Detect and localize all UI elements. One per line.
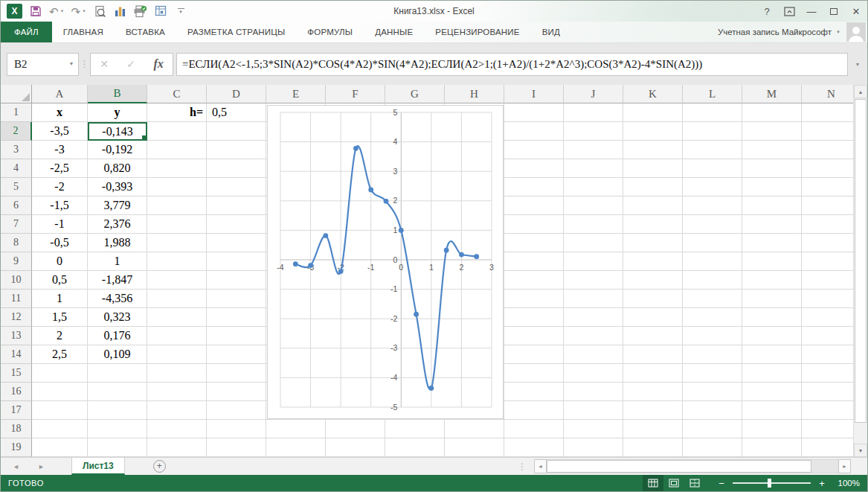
- zoom-out-button[interactable]: −: [717, 478, 726, 489]
- prev-sheet-button[interactable]: ◄: [13, 463, 19, 470]
- ribbon-tab-файл[interactable]: ФАЙЛ: [1, 22, 52, 42]
- cell-D13[interactable]: [207, 327, 266, 345]
- cell-L10[interactable]: [683, 271, 742, 290]
- cell-N9[interactable]: [802, 252, 855, 271]
- cell-C1[interactable]: h=: [147, 103, 207, 122]
- cell-N14[interactable]: [802, 345, 855, 364]
- cell-K1[interactable]: [623, 103, 683, 122]
- cell-M19[interactable]: [742, 438, 802, 457]
- cell-M17[interactable]: [742, 401, 802, 420]
- cell-N18[interactable]: [802, 420, 855, 438]
- cell-G19[interactable]: [385, 438, 445, 457]
- cell-A2[interactable]: -3,5: [32, 122, 88, 141]
- cell-C7[interactable]: [147, 215, 207, 234]
- cell-M18[interactable]: [742, 420, 802, 438]
- cell-I18[interactable]: [504, 420, 564, 438]
- row-header-12[interactable]: 12: [1, 308, 32, 327]
- cell-D5[interactable]: [207, 178, 266, 197]
- cell-M16[interactable]: [742, 383, 802, 401]
- cell-B4[interactable]: 0,820: [88, 159, 147, 178]
- column-header-N[interactable]: N: [802, 85, 855, 103]
- undo-button[interactable]: ↶ ▼: [49, 3, 65, 19]
- cell-C9[interactable]: [147, 252, 207, 271]
- column-header-L[interactable]: L: [683, 85, 742, 103]
- zoom-slider[interactable]: [733, 482, 811, 484]
- cell-B15[interactable]: [88, 364, 147, 383]
- cell-L15[interactable]: [683, 364, 742, 383]
- row-header-6[interactable]: 6: [1, 197, 32, 215]
- cell-C5[interactable]: [147, 178, 207, 197]
- cell-C6[interactable]: [147, 197, 207, 215]
- cell-C12[interactable]: [147, 308, 207, 327]
- cell-J14[interactable]: [564, 345, 623, 364]
- scroll-up-button[interactable]: ▲: [854, 85, 867, 98]
- cell-C4[interactable]: [147, 159, 207, 178]
- column-header-K[interactable]: K: [623, 85, 683, 103]
- cell-N1[interactable]: [802, 103, 855, 122]
- formula-bar-expand-button[interactable]: ▼: [848, 62, 867, 67]
- cell-L2[interactable]: [683, 122, 742, 141]
- vertical-scrollbar[interactable]: ▲ ▼: [853, 85, 867, 457]
- cell-L1[interactable]: [683, 103, 742, 122]
- cell-M3[interactable]: [742, 141, 802, 159]
- cell-K16[interactable]: [623, 383, 683, 401]
- cell-D2[interactable]: [207, 122, 266, 141]
- cell-G18[interactable]: [385, 420, 445, 438]
- cell-C10[interactable]: [147, 271, 207, 290]
- redo-button[interactable]: ↷ ▼: [71, 3, 87, 19]
- cell-A6[interactable]: -1,5: [32, 197, 88, 215]
- cell-K9[interactable]: [623, 252, 683, 271]
- cell-D3[interactable]: [207, 141, 266, 159]
- horizontal-scroll-thumb[interactable]: [547, 460, 811, 473]
- row-header-19[interactable]: 19: [1, 438, 32, 457]
- cell-B12[interactable]: 0,323: [88, 308, 147, 327]
- cell-J13[interactable]: [564, 327, 623, 345]
- cell-J16[interactable]: [564, 383, 623, 401]
- cell-I3[interactable]: [504, 141, 564, 159]
- quick-print-button[interactable]: [133, 3, 147, 19]
- page-break-view-button[interactable]: [684, 475, 705, 491]
- cell-B9[interactable]: 1: [88, 252, 147, 271]
- cell-C13[interactable]: [147, 327, 207, 345]
- cell-N15[interactable]: [802, 364, 855, 383]
- cell-J3[interactable]: [564, 141, 623, 159]
- cell-M8[interactable]: [742, 234, 802, 252]
- cell-J15[interactable]: [564, 364, 623, 383]
- column-header-G[interactable]: G: [385, 85, 445, 103]
- avatar[interactable]: [846, 22, 866, 42]
- cell-B5[interactable]: -0,393: [88, 178, 147, 197]
- cell-N6[interactable]: [802, 197, 855, 215]
- cell-I2[interactable]: [504, 122, 564, 141]
- cell-A14[interactable]: 2,5: [32, 345, 88, 364]
- next-sheet-button[interactable]: ►: [38, 463, 45, 470]
- cell-K5[interactable]: [623, 178, 683, 197]
- cell-A15[interactable]: [32, 364, 88, 383]
- minimize-button[interactable]: —: [800, 1, 823, 22]
- cell-K14[interactable]: [623, 345, 683, 364]
- cell-J11[interactable]: [564, 290, 623, 308]
- hscroll-left-button[interactable]: ◄: [534, 459, 547, 473]
- cell-K13[interactable]: [623, 327, 683, 345]
- save-icon[interactable]: [29, 3, 42, 19]
- cell-M7[interactable]: [742, 215, 802, 234]
- cell-L11[interactable]: [683, 290, 742, 308]
- cancel-entry-button[interactable]: ✕: [100, 58, 109, 70]
- cell-E18[interactable]: [266, 420, 326, 438]
- cell-B8[interactable]: 1,988: [88, 234, 147, 252]
- ribbon-tab-рецензирование[interactable]: РЕЦЕНЗИРОВАНИЕ: [424, 22, 530, 42]
- formula-bar-splitter[interactable]: ⋮: [79, 59, 90, 69]
- cell-D18[interactable]: [207, 420, 266, 438]
- cell-D15[interactable]: [207, 364, 266, 383]
- cell-I10[interactable]: [504, 271, 564, 290]
- cell-M2[interactable]: [742, 122, 802, 141]
- cell-A4[interactable]: -2,5: [32, 159, 88, 178]
- cell-N11[interactable]: [802, 290, 855, 308]
- cell-K17[interactable]: [623, 401, 683, 420]
- row-header-18[interactable]: 18: [1, 420, 32, 438]
- cell-N10[interactable]: [802, 271, 855, 290]
- insert-function-button[interactable]: fx: [153, 57, 163, 71]
- row-header-2[interactable]: 2: [1, 122, 32, 141]
- row-header-3[interactable]: 3: [1, 141, 32, 159]
- add-sheet-button[interactable]: +: [153, 460, 166, 473]
- tab-scroll-splitter[interactable]: ⋮: [518, 461, 527, 472]
